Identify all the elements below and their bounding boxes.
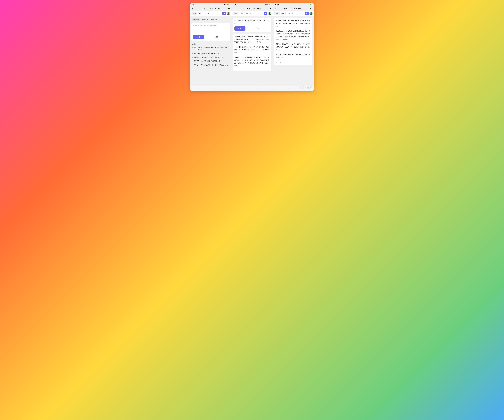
- story-paragraph: 小马蒂亚斯决定每天抽出一小时时间练习绘画。他知道这不是一件容易的事，但是他乐于挑…: [276, 19, 311, 28]
- titlebar: ✕ Aski - 中文 AI 问答与创作 •••: [190, 6, 231, 11]
- titlebar: ✕ Aski - 中文 AI 问答与创作 •••: [273, 6, 314, 11]
- more-icon[interactable]: •••: [310, 8, 313, 10]
- nav-back-icon[interactable]: 〈: [287, 87, 289, 90]
- nav-forward-icon[interactable]: 〉: [215, 87, 217, 90]
- prompt-input[interactable]: 我需要一个关于毅力的有趣故事，面向7~10岁的小朋友。: [234, 19, 270, 25]
- examples-list: 我希望发展我的互联网运营技能，你能写一封关于我自己的求职信吗？ 我想写一篇关于全…: [192, 46, 230, 66]
- bottom-nav: 〈 〉: [190, 86, 231, 91]
- status-bar: 15:17 ⚡: [273, 3, 314, 6]
- bag-icon: [223, 12, 225, 14]
- refresh-icon[interactable]: [276, 62, 278, 64]
- content-area: 内容写作 内容优化 内容补全 需要写点什么？请在此表达你的想法 提交 清空 示例…: [190, 16, 231, 86]
- subtabs: 内容写作 内容优化 内容补全: [192, 18, 230, 23]
- close-icon[interactable]: ✕: [191, 7, 194, 10]
- battery-icon: ⚡: [310, 4, 312, 5]
- devices-icon: [205, 13, 207, 14]
- story-paragraph: 慢慢地，小马蒂亚斯的技能开始提高，他画出的画作越来越精美，甚至有一天，他的画作被…: [276, 43, 311, 51]
- examples-title: 示例：: [192, 42, 230, 46]
- story-paragraph: 小马蒂亚斯决定每天抽出一小时时间练习绘画。他知道这不是一件容易的事，但是他乐于挑…: [234, 46, 270, 54]
- nav-forward-icon[interactable]: 〉: [297, 87, 299, 90]
- tab-qa[interactable]: 问答: [233, 12, 239, 15]
- download-button[interactable]: 下载: [287, 12, 294, 14]
- more-icon[interactable]: •••: [227, 8, 230, 10]
- svg-rect-5: [289, 13, 289, 14]
- svg-rect-1: [206, 13, 207, 14]
- battery-icon: ⚡: [268, 4, 271, 5]
- svg-rect-7: [280, 62, 281, 63]
- download-label: 下载: [290, 12, 293, 14]
- example-item[interactable]: 我昨晚去了一家粤菜餐厅，提供一些评论的思路。: [194, 56, 230, 59]
- tab-create[interactable]: 创作: [197, 12, 203, 15]
- shop-button[interactable]: [305, 12, 309, 15]
- input-card: 需要写点什么？请在此表达你的想法 提交 清空: [192, 23, 230, 41]
- nav-back-icon[interactable]: 〈: [246, 87, 248, 90]
- status-time: 15:17: [192, 4, 196, 6]
- svg-rect-3: [248, 13, 248, 14]
- shop-button[interactable]: [264, 12, 267, 15]
- close-icon[interactable]: ✕: [233, 7, 235, 10]
- signal-icon: [306, 4, 307, 5]
- status-icons: ⚡: [306, 4, 312, 5]
- bag-icon: [264, 12, 266, 14]
- clear-button[interactable]: 清空: [204, 35, 228, 39]
- avatar[interactable]: [268, 12, 271, 15]
- shop-button[interactable]: [222, 12, 226, 15]
- delete-icon[interactable]: [283, 62, 286, 64]
- submit-button[interactable]: 提交: [193, 35, 204, 39]
- status-bar: 15:17 ⚡: [190, 3, 231, 6]
- avatar[interactable]: [309, 12, 313, 15]
- nav-forward-icon[interactable]: 〉: [256, 87, 258, 90]
- nav-back-icon[interactable]: 〈: [205, 87, 207, 90]
- input-card: 我需要一个关于毅力的有趣故事，面向7~10岁的小朋友。 提交 清空: [233, 18, 271, 32]
- content-area: 我需要一个关于毅力的有趣故事，面向7~10岁的小朋友。 提交 清空 小马蒂亚斯是…: [231, 16, 273, 86]
- download-button[interactable]: 下载: [204, 12, 211, 14]
- status-time: 15:17: [275, 4, 279, 6]
- app-title: Aski - 中文 AI 问答与创作: [277, 8, 309, 10]
- tab-create[interactable]: 创作: [280, 12, 285, 15]
- prompt-input[interactable]: 需要写点什么？请在此表达你的想法: [193, 24, 228, 33]
- clear-button[interactable]: 清空: [246, 26, 270, 30]
- story-paragraph: 每天晚上，小马蒂亚斯都会坚定地坐在桌子旁边，拿着画笔，一点点的练习绘画。有时候，…: [234, 56, 270, 67]
- mode-segment: 问答 创作: [274, 12, 286, 15]
- more-icon[interactable]: •••: [269, 8, 271, 10]
- avatar[interactable]: [227, 12, 230, 15]
- copy-icon[interactable]: [280, 62, 282, 64]
- output-card: 小马蒂亚斯是一个7岁的男孩，他热爱绘画。他的朋友们经常赞赏他的画作，但是他想要做…: [233, 34, 271, 71]
- svg-rect-6: [280, 62, 281, 63]
- content-area: 小马蒂亚斯决定每天抽出一小时时间练习绘画。他知道这不是一件容易的事，但是他乐于挑…: [273, 16, 314, 86]
- story-paragraph: 每天晚上，小马蒂亚斯都会坚定地坐在桌子旁边，拿着画笔，一点点的练习绘画。有时候，…: [276, 30, 311, 41]
- pane-1: 15:17 ⚡ ✕ Aski - 中文 AI 问答与创作 ••• 问答 创作 下…: [190, 3, 231, 91]
- download-button[interactable]: 下载: [246, 12, 252, 14]
- submit-button[interactable]: 提交: [234, 26, 246, 30]
- mode-segment: 问答 创作: [233, 12, 244, 15]
- app-title: Aski - 中文 AI 问答与创作: [236, 8, 268, 10]
- pane-3: 15:17 ⚡ ✕ Aski - 中文 AI 问答与创作 ••• 问答 创作 下…: [273, 3, 314, 91]
- status-time: 15:17: [234, 4, 237, 6]
- bag-icon: [306, 12, 308, 14]
- output-actions: [276, 61, 311, 64]
- bottom-nav: 〈 〉: [273, 86, 314, 91]
- example-item[interactable]: 我需要一个关于毅力的有趣故事，面向7~10岁的小朋友。: [194, 64, 230, 66]
- download-label: 下载: [207, 12, 210, 14]
- tab-create[interactable]: 创作: [239, 12, 244, 15]
- download-label: 下载: [249, 12, 252, 14]
- example-item[interactable]: 我需要写一部以巴黎为背景的浪漫剧情电影。: [194, 60, 230, 62]
- toolbar: 问答 创作 下载: [231, 11, 273, 16]
- pane-2: 15:17 ⚡ ✕ Aski - 中文 AI 问答与创作 ••• 问答 创作 下…: [231, 3, 273, 91]
- subtab-complete[interactable]: 内容补全: [210, 18, 218, 21]
- battery-icon: ⚡: [227, 4, 229, 5]
- status-bar: 15:17 ⚡: [231, 3, 273, 6]
- tab-qa[interactable]: 问答: [192, 12, 197, 15]
- example-item[interactable]: 我想写一篇关于全球气候变化的评论文章。: [194, 52, 230, 55]
- story-paragraph: 小马蒂亚斯是一个7岁的男孩，他热爱绘画。他的朋友们经常赞赏他的画作，但是他想要做…: [234, 35, 270, 43]
- example-item[interactable]: 我希望发展我的互联网运营技能，你能写一封关于我自己的求职信吗？: [194, 46, 230, 51]
- signal-icon: [264, 4, 266, 5]
- close-icon[interactable]: ✕: [274, 7, 277, 10]
- bottom-nav: 〈 〉: [231, 86, 273, 91]
- wifi-icon: [225, 4, 227, 5]
- subtab-write[interactable]: 内容写作: [192, 18, 200, 21]
- tab-qa[interactable]: 问答: [274, 12, 280, 15]
- app-title: Aski - 中文 AI 问答与创作: [195, 8, 226, 10]
- status-icons: ⚡: [264, 4, 271, 5]
- subtab-optimize[interactable]: 内容优化: [201, 18, 209, 21]
